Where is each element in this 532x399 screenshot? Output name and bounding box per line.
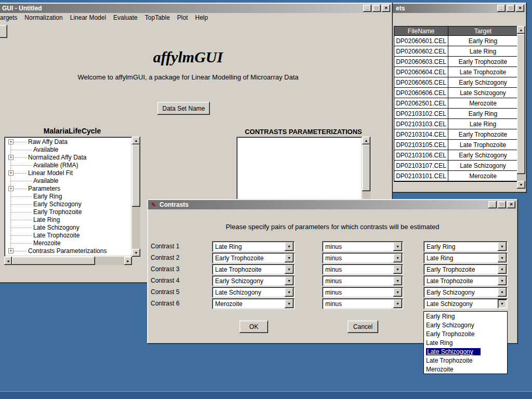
contrast1-param1-combo[interactable]: Late Ring ▼ [212, 241, 295, 252]
contrast6-param1-combo[interactable]: Merozoite ▼ [212, 298, 295, 309]
contrasts-titlebar[interactable]: ✎ Contrasts _ □ ✕ [148, 200, 517, 209]
contrast6-param2-combo-open[interactable]: Late Schizogony ▼ [423, 298, 508, 309]
tree-item-late-schizogony[interactable]: Late Schizogony [4, 224, 132, 232]
ok-button[interactable]: OK [240, 321, 268, 333]
chevron-down-icon[interactable]: ▼ [498, 242, 507, 251]
tree-horizontal-scrollbar[interactable]: ◄ ► [4, 257, 132, 265]
targets-vertical-scrollbar[interactable]: ▲ ▼ [517, 26, 525, 189]
scrollbar-thumb[interactable] [12, 257, 95, 265]
menu-normalization[interactable]: Normalization [21, 14, 66, 21]
maximize-button[interactable]: □ [498, 201, 506, 208]
scroll-left-icon[interactable]: ◄ [4, 257, 12, 265]
minimize-button[interactable]: _ [363, 5, 371, 12]
targets-titlebar[interactable]: ets _ □ ✕ [390, 4, 526, 13]
contrast3-param1-combo[interactable]: Late Trophozoite ▼ [212, 264, 295, 275]
chevron-down-icon[interactable]: ▼ [393, 242, 402, 251]
column-header-filename[interactable]: FileName [394, 26, 448, 36]
dropdown-item[interactable]: Early Schizogony [424, 321, 507, 329]
contrast2-param2-combo[interactable]: Late Ring ▼ [423, 252, 508, 263]
maximize-button[interactable]: □ [507, 5, 515, 12]
chevron-down-icon[interactable]: ▼ [393, 265, 402, 274]
chevron-down-icon[interactable]: ▼ [285, 288, 294, 297]
contrast5-param2-combo[interactable]: Early Schizogony ▼ [423, 287, 508, 298]
table-row[interactable]: DP02060604.CEL Late Trophozoite [394, 67, 517, 77]
table-row[interactable]: DP02060605.CEL Early Schizogony [394, 77, 517, 88]
scrollbar-thumb[interactable] [132, 144, 140, 207]
table-row[interactable]: DP02062501.CEL Merozoite [394, 98, 517, 109]
menu-plot[interactable]: Plot [174, 14, 192, 21]
tree-item-early-trophozoite[interactable]: Early Trophozoite [4, 208, 132, 216]
dropdown-item[interactable]: Late Trophozoite [424, 356, 507, 365]
contrast2-param1-combo[interactable]: Early Trophozoite ▼ [212, 252, 295, 263]
contrast4-operator-combo[interactable]: minus ▼ [322, 275, 403, 286]
tree-item-available-rma[interactable]: Available (RMA) [4, 162, 132, 169]
table-row[interactable]: DP02060601.CEL Early Ring [394, 36, 517, 46]
tree-item-linear-model-fit[interactable]: + Linear Model Fit [4, 169, 132, 177]
contrast4-param1-combo[interactable]: Early Schizogony ▼ [212, 275, 295, 286]
tree-item-raw-affy-data[interactable]: + Raw Affy Data [4, 138, 132, 146]
contrast1-operator-combo[interactable]: minus ▼ [322, 241, 403, 252]
table-row[interactable]: DP02103102.CEL Early Ring [394, 109, 517, 119]
contrast5-operator-combo[interactable]: minus ▼ [322, 287, 403, 298]
tree-expand-icon[interactable]: + [8, 186, 14, 191]
chevron-down-icon[interactable]: ▼ [498, 254, 507, 262]
table-row[interactable]: DP02103101.CEL Merozoite [394, 171, 517, 181]
tree-item-raw-available[interactable]: Available [4, 146, 132, 154]
scroll-up-icon[interactable]: ▲ [362, 137, 370, 144]
chevron-down-icon[interactable]: ▼ [498, 299, 507, 308]
close-button[interactable]: ✕ [516, 5, 524, 12]
chevron-down-icon[interactable]: ▼ [498, 288, 507, 297]
dropdown-item[interactable]: Merozoite [424, 365, 507, 374]
close-button[interactable]: ✕ [382, 5, 390, 12]
scroll-up-icon[interactable]: ▲ [132, 137, 140, 144]
chevron-down-icon[interactable]: ▼ [393, 276, 402, 285]
table-row[interactable]: DP02060602.CEL Late Ring [394, 46, 517, 57]
scroll-up-icon[interactable]: ▲ [517, 26, 525, 34]
tree-item-early-ring[interactable]: Early Ring [4, 193, 132, 201]
table-row[interactable]: DP02103105.CEL Late Trophozoite [394, 140, 517, 150]
chevron-down-icon[interactable]: ▼ [285, 242, 294, 251]
tree-expand-icon[interactable]: + [8, 170, 14, 176]
chevron-down-icon[interactable]: ▼ [285, 299, 294, 308]
contrast2-operator-combo[interactable]: minus ▼ [322, 252, 403, 263]
contrast5-param1-combo[interactable]: Late Schizogony ▼ [212, 287, 295, 298]
menu-help[interactable]: Help [192, 14, 212, 21]
chevron-down-icon[interactable]: ▼ [285, 254, 294, 262]
tree-item-contrasts-parameterizations[interactable]: + Contrasts Parameterizations [4, 247, 132, 255]
tree-item-fit-available[interactable]: Available [4, 177, 132, 185]
chevron-down-icon[interactable]: ▼ [393, 299, 402, 308]
tree-item-normalized-affy-data[interactable]: + Normalized Affy Data [4, 154, 132, 162]
contrast3-operator-combo[interactable]: minus ▼ [322, 264, 403, 275]
scrollbar-thumb[interactable] [517, 34, 525, 174]
tree-expand-icon[interactable]: + [8, 139, 14, 144]
dataset-name-button[interactable]: Data Set Name [157, 102, 210, 115]
table-row[interactable]: DP02060603.CEL Early Trophozoite [394, 57, 517, 67]
chevron-down-icon[interactable]: ▼ [498, 276, 507, 285]
scrollbar-thumb[interactable] [362, 144, 370, 191]
column-header-target[interactable]: Target [448, 26, 517, 36]
dropdown-item[interactable]: Early Trophozoite [424, 329, 507, 338]
close-button[interactable]: ✕ [507, 201, 515, 208]
menu-toptable[interactable]: TopTable [141, 14, 174, 21]
tree-item-early-schizogony[interactable]: Early Schizogony [4, 201, 132, 208]
menu-evaluate[interactable]: Evaluate [110, 14, 141, 21]
tree-vertical-scrollbar[interactable]: ▲ ▼ [132, 137, 140, 257]
contrast1-param2-combo[interactable]: Early Ring ▼ [423, 241, 508, 252]
table-row[interactable]: DP02103104.CEL Early Trophozoite [394, 129, 517, 140]
tree-expand-icon[interactable]: + [8, 155, 14, 160]
minimize-button[interactable]: _ [497, 5, 506, 12]
scroll-right-icon[interactable]: ► [124, 257, 132, 265]
chevron-down-icon[interactable]: ▼ [285, 265, 294, 274]
tree-item-late-trophozoite[interactable]: Late Trophozoite [4, 232, 132, 240]
chevron-down-icon[interactable]: ▼ [498, 265, 507, 274]
cancel-button[interactable]: Cancel [348, 321, 378, 333]
menu-targets[interactable]: argets [0, 14, 21, 21]
contrast4-param2-combo[interactable]: Late Trophozoite ▼ [423, 275, 508, 286]
tree-item-parameters[interactable]: + Parameters [4, 185, 132, 193]
table-row[interactable]: DP02103103.CEL Late Ring [394, 119, 517, 129]
dropdown-item[interactable]: Late Ring [424, 338, 507, 347]
menu-linear-model[interactable]: Linear Model [66, 14, 110, 21]
main-titlebar[interactable]: GUI - Untitled _ □ ✕ [0, 4, 392, 13]
table-row[interactable]: DP02103106.CEL Early Schizogony [394, 150, 517, 161]
scroll-down-icon[interactable]: ▼ [517, 181, 525, 189]
